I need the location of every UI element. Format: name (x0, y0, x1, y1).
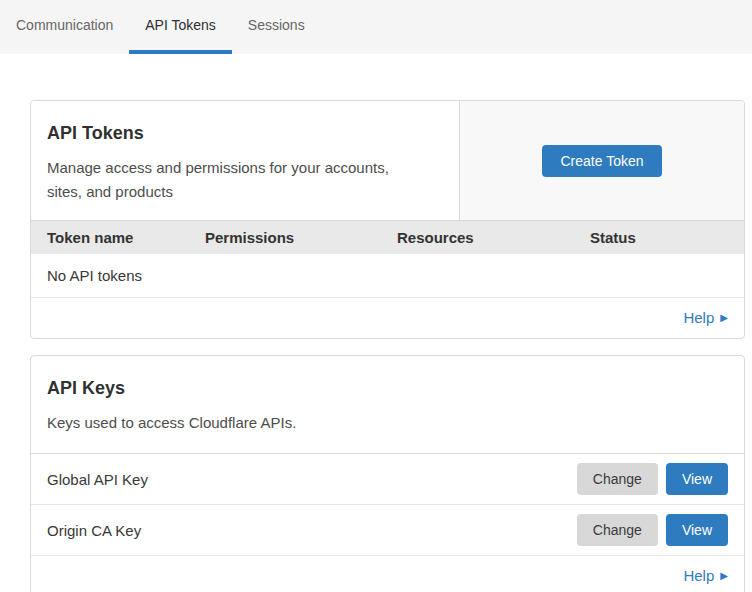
help-arrow-icon: ▶ (720, 313, 728, 323)
global-api-key-view-button[interactable]: View (666, 463, 728, 495)
global-api-key-change-button[interactable]: Change (577, 463, 658, 495)
api-keys-card-header: API Keys Keys used to access Cloudflare … (31, 356, 744, 454)
api-keys-help-label: Help (683, 567, 714, 584)
tab-api-tokens-label: API Tokens (145, 17, 216, 33)
tokens-table-header-resources: Resources (397, 228, 590, 247)
tab-sessions[interactable]: Sessions (232, 0, 321, 54)
tab-api-tokens[interactable]: API Tokens (129, 0, 232, 54)
tokens-table-header-status: Status (590, 228, 728, 247)
api-keys-help-link[interactable]: Help▶ (683, 567, 728, 584)
global-api-key-label: Global API Key (47, 471, 148, 488)
global-api-key-row: Global API Key Change View (31, 454, 744, 505)
api-tokens-description: Manage access and permissions for your a… (47, 156, 409, 204)
tokens-empty-message: No API tokens (47, 267, 142, 284)
tab-sessions-label: Sessions (248, 17, 305, 33)
origin-ca-key-row: Origin CA Key Change View (31, 505, 744, 556)
tab-communication-label: Communication (16, 17, 113, 33)
api-keys-title: API Keys (47, 378, 728, 399)
api-tokens-card-header-text: API Tokens Manage access and permissions… (31, 101, 460, 220)
tab-communication[interactable]: Communication (0, 0, 129, 54)
create-token-button[interactable]: Create Token (542, 145, 661, 177)
tokens-table-header-permissions: Permissions (205, 228, 397, 247)
api-tokens-help-label: Help (683, 309, 714, 326)
api-tokens-card: API Tokens Manage access and permissions… (30, 100, 745, 339)
origin-ca-key-label: Origin CA Key (47, 522, 141, 539)
api-keys-card-footer: Help▶ (31, 556, 744, 592)
tab-bar: Communication API Tokens Sessions (0, 0, 752, 54)
help-arrow-icon: ▶ (720, 571, 728, 581)
global-api-key-actions: Change View (577, 463, 728, 495)
api-tokens-card-footer: Help▶ (31, 298, 744, 338)
tokens-table-header: Token name Permissions Resources Status (31, 220, 744, 254)
origin-ca-key-change-button[interactable]: Change (577, 514, 658, 546)
api-tokens-card-action-panel: Create Token (460, 101, 744, 220)
api-keys-description: Keys used to access Cloudflare APIs. (47, 411, 728, 435)
api-tokens-title: API Tokens (47, 123, 443, 144)
api-tokens-help-link[interactable]: Help▶ (683, 309, 728, 326)
tokens-table-header-token-name: Token name (47, 228, 205, 247)
api-keys-card: API Keys Keys used to access Cloudflare … (30, 355, 745, 592)
tokens-table-empty-row: No API tokens (31, 254, 744, 298)
origin-ca-key-actions: Change View (577, 514, 728, 546)
api-tokens-card-header: API Tokens Manage access and permissions… (31, 101, 744, 220)
origin-ca-key-view-button[interactable]: View (666, 514, 728, 546)
